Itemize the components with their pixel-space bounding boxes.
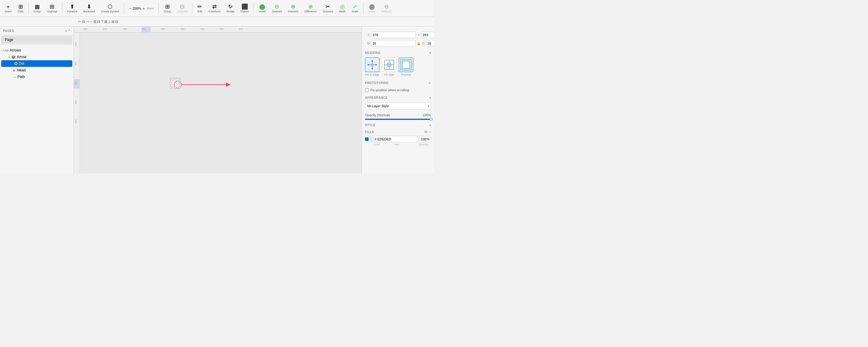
layer-style-select[interactable]: No Layer Style [365,102,431,109]
backward-button[interactable]: ⬇ Backward [81,3,98,14]
handle-tl[interactable] [170,78,172,80]
insert-button[interactable]: ＋ Insert [2,3,14,14]
zoom-in-button[interactable]: + [142,6,145,11]
x-input[interactable] [371,32,415,38]
subtract-button[interactable]: ⊖ Subtract [270,3,284,14]
preview-option[interactable]: Preview [399,58,413,76]
align-centers-h-button[interactable]: ⊟ [82,18,85,25]
more-options-button[interactable]: ⋯ [89,18,93,25]
h-field-group: H [422,40,434,47]
align-middle-button[interactable]: ⊠ [104,18,107,25]
distribute-h-button[interactable]: ⊞ [93,18,96,25]
data-button[interactable]: ⊞ Data [16,3,26,14]
create-symbol-button[interactable]: ⬡ Create Symbol [99,3,122,14]
pin-to-edge-label: Pin to Edge [365,73,379,76]
union2-button[interactable]: ⬤ Union [366,3,378,14]
fills-add-button[interactable]: + [429,130,431,134]
opacity-slider-thumb[interactable] [430,118,433,121]
align-bar: ⊢ ⊟ ⊣ ⋯ ⊞ ⊟ ⊤ ⊠ ⊥ ⊞ ⊟ [0,17,434,27]
appearance-section-header[interactable]: APPEARANCE ▾ [362,94,434,101]
fill-opacity-input[interactable] [419,136,431,143]
align-right-edges-button[interactable]: ⊣ [86,18,89,25]
align-option1-button[interactable]: ⊞ [112,18,115,25]
fix-position-checkbox[interactable] [365,88,369,92]
page-item-page[interactable]: Page [1,36,72,44]
handle-tr[interactable] [179,78,181,80]
layer-item-path[interactable]: — Path [0,73,73,80]
handle-br[interactable] [179,87,181,89]
path-label: Path [18,75,25,79]
flatten-icon: ⬛ [241,4,248,9]
y-input[interactable] [421,32,434,38]
h-ruler: 200 250 300 350 400 450 500 550 600 [74,27,362,33]
layer-group-arrows[interactable]: ▾ ▭ Arrows [0,47,73,54]
canvas-area[interactable]: 200 250 300 350 400 450 500 550 600 200 … [74,27,362,174]
layer-item-arrow[interactable]: ▾ 📦 Arrow [0,54,73,60]
h-input[interactable] [426,40,434,47]
align-left-edges-button[interactable]: ⊢ [79,18,82,25]
fix-position-row: Fix position when scrolling [365,88,431,92]
opacity-col-label: Opacity [415,143,428,146]
ungroup2-button[interactable]: ⊟ Ungroup [175,3,190,14]
opacity-slider[interactable] [365,119,431,120]
transform-button[interactable]: ⇄ Transform [206,3,223,14]
rotate-button[interactable]: ↻ Rotate [224,3,237,14]
difference-button[interactable]: ⊕ Difference [302,3,319,14]
group-button[interactable]: ▦ Group [31,3,43,14]
mask-button[interactable]: ◎ Mask [337,3,348,14]
lock-aspect-icon[interactable]: 🔒 [417,42,421,45]
zoom-out-button[interactable]: − [129,6,131,11]
intersect-button[interactable]: ⊗ Intersect [286,3,301,14]
canvas-content[interactable] [80,33,362,174]
add-prototype-button[interactable]: + [429,81,431,85]
transform-icon: ⇄ [212,4,217,9]
layer-item-head[interactable]: ▶ Head [0,67,73,73]
forward-button[interactable]: ⬆ Forward [65,3,80,14]
arrow-group-icon: 📦 [11,55,16,59]
fill-hex-input[interactable] [373,136,418,143]
create-symbol-label: Create Symbol [101,10,119,13]
union2-label: Union [368,10,375,13]
resizing-section-header[interactable]: RESIZING ▾ [362,50,434,56]
pin-to-edge-option[interactable]: Pin to Edge [365,58,379,76]
edit-button[interactable]: ✏ Edit [195,3,205,14]
flatten-label: Flatten [241,10,249,13]
head-arrow-icon: ▶ [13,69,16,72]
union-icon: ⬤ [259,4,265,9]
fill-enabled-checkbox[interactable] [365,137,369,141]
left-panel: PAGES + ^ Page ▾ ▭ Arrows ▾ [0,27,74,174]
handle-bm[interactable] [174,87,176,89]
add-page-button[interactable]: + [65,28,67,33]
v-ruler: 200 250 300 350 400 [74,33,80,174]
backward-icon: ⬇ [87,4,91,9]
handle-ml[interactable] [170,82,172,84]
layer-item-dot[interactable]: Dot [1,60,72,67]
fills-settings-button[interactable]: ⚙ [424,130,428,134]
scale-button[interactable]: ⤢ Scale [349,3,361,14]
ungroup-button[interactable]: ⊞ Ungroup [44,3,60,14]
handle-bl[interactable] [170,87,172,89]
handle-mr[interactable] [179,82,181,84]
align-top-button[interactable]: ⊤ [101,18,104,25]
divider-6 [253,3,254,14]
subtract2-button[interactable]: ⊖ Subtract [379,3,394,14]
page-name: Page [5,38,13,42]
collapse-pages-button[interactable]: ^ [68,28,70,33]
align-option2-button[interactable]: ⊟ [115,18,118,25]
handle-tm[interactable] [174,78,176,80]
flatten-button[interactable]: ⬛ Flatten [238,3,251,14]
prototyping-section-header[interactable]: PROTOTYPING + [362,78,434,87]
w-label: W [367,42,370,45]
fill-color-swatch[interactable] [370,136,372,142]
union-button[interactable]: ⬤ Union [256,3,268,14]
scissors-button[interactable]: ✂ Scissors [320,3,336,14]
preview-inner [402,61,410,69]
ruler-mark-400: 400 [161,28,165,30]
fix-size-option[interactable]: Fix Size [382,58,396,76]
w-input[interactable] [371,40,415,47]
align-bottom-button[interactable]: ⊥ [108,18,111,25]
style-section-header[interactable]: STYLE ▾ [362,122,434,129]
distribute-v-button[interactable]: ⊟ [97,18,100,25]
group2-button[interactable]: ⊞ Group [161,3,174,14]
color-label: Color [373,143,393,146]
